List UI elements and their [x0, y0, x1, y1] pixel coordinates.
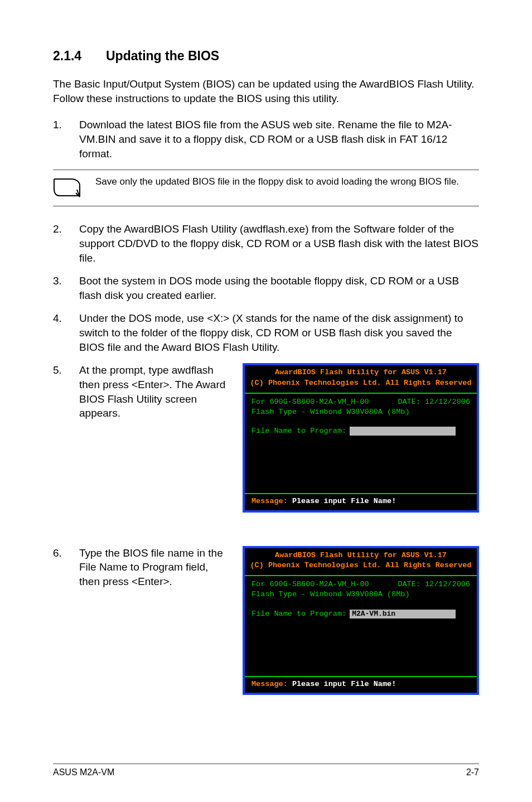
divider	[245, 393, 477, 394]
bios-message-label: Message:	[252, 680, 288, 688]
bios-title: AwardBIOS Flash Utility for ASUS V1.17	[249, 550, 472, 561]
section-heading: 2.1.4 Updating the BIOS	[53, 47, 479, 65]
step-number: 4.	[53, 311, 79, 354]
step-text: Type the BIOS file name in the File Name…	[79, 546, 226, 589]
step-6: 6. Type the BIOS file name in the File N…	[53, 546, 226, 589]
step-5: 5. At the prompt, type awdflash then pre…	[53, 363, 226, 421]
step-number: 1.	[53, 118, 79, 161]
divider	[245, 575, 477, 576]
step-text: Under the DOS mode, use <X:> (X stands f…	[79, 311, 479, 354]
bios-info-date: DATE: 12/12/2006	[398, 579, 470, 590]
bios-title: AwardBIOS Flash Utility for ASUS V1.17	[249, 368, 472, 378]
bios-empty-area	[252, 621, 470, 671]
divider	[53, 206, 479, 206]
step-4: 4. Under the DOS mode, use <X:> (X stand…	[53, 311, 479, 354]
divider	[245, 493, 477, 494]
step-text: At the prompt, type awdflash then press …	[79, 363, 226, 421]
bios-copyright: (C) Phoenix Technologies Ltd. All Rights…	[249, 378, 472, 388]
bios-prompt-label: File Name to Program:	[252, 426, 346, 436]
step-2: 2. Copy the AwardBIOS Flash Utility (awd…	[53, 222, 479, 265]
step-text: Boot the system in DOS mode using the bo…	[79, 274, 479, 302]
bios-flash-screen: AwardBIOS Flash Utility for ASUS V1.17 (…	[243, 363, 479, 512]
footer-page-number: 2-7	[466, 766, 479, 779]
note-icon	[53, 176, 81, 198]
step-3: 3. Boot the system in DOS mode using the…	[53, 274, 479, 302]
bios-message-text: Please input File Name!	[288, 680, 396, 688]
step-text: Copy the AwardBIOS Flash Utility (awdfla…	[79, 222, 479, 265]
footer-divider	[53, 764, 479, 764]
bios-flash-screen: AwardBIOS Flash Utility for ASUS V1.17 (…	[243, 546, 479, 695]
step-number: 3.	[53, 274, 79, 302]
bios-empty-area	[252, 438, 470, 489]
bios-copyright: (C) Phoenix Technologies Ltd. All Rights…	[249, 561, 472, 571]
bios-flash-type: Flash Type - Winbond W39V080A (8Mb)	[252, 407, 470, 417]
bios-message-label: Message:	[252, 497, 288, 505]
step-number: 6.	[53, 546, 79, 589]
section-number: 2.1.4	[53, 47, 106, 65]
bios-flash-type: Flash Type - Winbond W39V080A (8Mb)	[252, 590, 470, 600]
bios-filename-field	[350, 427, 456, 436]
bios-info-date: DATE: 12/12/2006	[398, 397, 470, 407]
bios-message-text: Please input File Name!	[288, 497, 396, 505]
step-1: 1. Download the latest BIOS file from th…	[53, 118, 479, 161]
note-text: Save only the updated BIOS file in the f…	[95, 176, 479, 189]
step-text: Download the latest BIOS file from the A…	[79, 118, 479, 161]
bios-info-left: For 690G-SB600-M2A-VM_H-00	[252, 397, 369, 407]
footer-product: ASUS M2A-VM	[53, 766, 114, 779]
note-block: Save only the updated BIOS file in the f…	[53, 170, 479, 206]
page-footer: ASUS M2A-VM 2-7	[53, 766, 479, 779]
section-title: Updating the BIOS	[106, 47, 219, 65]
bios-filename-field: M2A-VM.bin	[350, 610, 456, 619]
intro-paragraph: The Basic Input/Output System (BIOS) can…	[53, 77, 479, 105]
divider	[245, 676, 477, 677]
bios-info-left: For 690G-SB600-M2A-VM_H-00	[252, 579, 369, 590]
step-number: 2.	[53, 222, 79, 265]
step-number: 5.	[53, 363, 79, 421]
bios-prompt-label: File Name to Program:	[252, 609, 346, 619]
